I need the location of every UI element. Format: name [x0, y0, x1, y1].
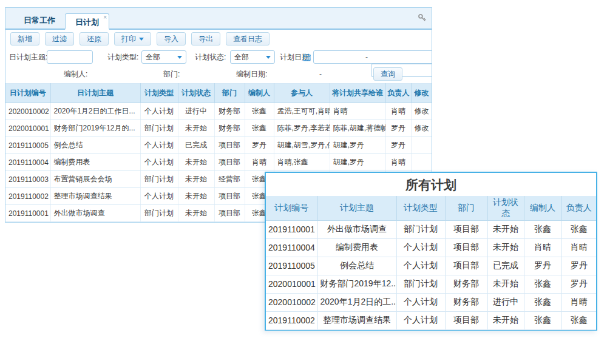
filter-button[interactable]: 过滤 — [45, 32, 74, 46]
export-button[interactable]: 导出 — [191, 32, 220, 46]
table-row: 2019110005例会总结个人计划项目部已完成罗丹罗丹 — [266, 257, 596, 275]
department-cell: 财务部 — [445, 275, 487, 293]
column-header-department[interactable]: 部门 — [214, 84, 245, 103]
plan-id-link[interactable]: 2019110005 — [5, 137, 50, 154]
department-cell: 项目部 — [214, 205, 245, 222]
plan-id-link[interactable]: 2019110002 — [5, 188, 50, 205]
chevron-down-icon — [139, 38, 144, 41]
column-header-edit[interactable]: 修改 — [411, 84, 432, 103]
column-header-participants[interactable]: 参与人 — [274, 84, 330, 103]
plan-id-cell: 2020010001 — [266, 275, 317, 293]
edit-link[interactable]: 修改 — [411, 120, 432, 137]
calendar-icon[interactable] — [303, 53, 311, 61]
owner-cell: 罗丹 — [385, 120, 411, 137]
plan-type-cell: 个人计划 — [140, 154, 178, 171]
plan-id-link[interactable]: 2020010001 — [5, 120, 50, 137]
plan-status-cell: 未开始 — [487, 275, 524, 293]
column-header-creator[interactable]: 编制人 — [245, 84, 274, 103]
plan-subject-link[interactable]: 外出做市场调查 — [50, 205, 140, 222]
new-button[interactable]: 新增 — [10, 32, 39, 46]
restore-button[interactable]: 还原 — [80, 32, 109, 46]
plan-status-cell: 已完成 — [178, 137, 214, 154]
filter-area: 日计划主题: 计划类型: 全部 计划状态: 全部 计划日期: - 编制人: — [5, 48, 432, 83]
plan-subject-link[interactable]: 布置营销展会会场 — [50, 171, 140, 188]
tab-daily-work[interactable]: 日常工作 — [14, 12, 65, 29]
plan-subject-link[interactable]: 编制费用表 — [50, 154, 140, 171]
toolbar: 新增 过滤 还原 打印 导入 导出 查看日志 — [5, 30, 432, 48]
creator-cell: 罗丹 — [524, 257, 561, 275]
participants-cell: 孟浩,王可可,肖晴,张鑫 — [274, 103, 330, 120]
plan-subject-cell: 编制费用表 — [317, 238, 396, 257]
column-header-shared-with[interactable]: 将计划共享给谁 — [330, 84, 385, 103]
plan-id-cell: 2019110001 — [266, 220, 317, 238]
table-row[interactable]: 20200100022020年1月2日的工作日...个人计划进行中财务部张鑫孟浩… — [5, 103, 432, 120]
type-select-value: 全部 — [146, 52, 160, 62]
owner-cell: 肖晴 — [561, 293, 596, 311]
subject-input[interactable] — [47, 50, 93, 64]
plan-subject-cell: 整理市场调查结果 — [317, 311, 396, 329]
view-log-button[interactable]: 查看日志 — [226, 32, 270, 46]
creator-cell: 肖晴 — [245, 154, 274, 171]
column-header-plan-status[interactable]: 计划状态 — [178, 84, 214, 103]
type-select[interactable]: 全部 — [141, 50, 186, 64]
plan-subject-link[interactable]: 例会总结 — [50, 137, 140, 154]
print-button[interactable]: 打印 — [114, 32, 151, 46]
department-cell: 财务部 — [214, 120, 245, 137]
column-header-owner[interactable]: 负责人 — [385, 84, 411, 103]
status-select[interactable]: 全部 — [230, 50, 275, 64]
creator-label: 编制人: — [64, 67, 87, 81]
plan-id-link[interactable]: 2020010002 — [5, 103, 50, 120]
department-cell: 项目部 — [214, 188, 245, 205]
column-header-plan-type[interactable]: 计划类型 — [140, 84, 178, 103]
search-button[interactable]: 查询 — [373, 67, 402, 81]
tab-daily-plan[interactable]: 日计划 × — [65, 13, 109, 30]
creator-cell: 张鑫 — [524, 293, 561, 311]
plan-status-cell: 未开始 — [178, 205, 214, 222]
owner-cell: 张鑫 — [561, 311, 596, 329]
participants-cell: 肖晴,张鑫 — [274, 154, 330, 171]
shared-with-cell: 胡建,罗丹 — [330, 137, 385, 154]
owner-cell: 肖晴 — [385, 103, 411, 120]
plan-subject-cell: 2020年1月2日的工... — [317, 293, 396, 311]
key-icon[interactable] — [418, 13, 427, 25]
plan-type-cell: 个人计划 — [396, 311, 445, 329]
shared-with-cell: 胡建,罗丹 — [330, 154, 385, 171]
participants-cell: 陈菲,罗丹,李若若,罗... — [274, 120, 330, 137]
plan-status-cell: 未开始 — [178, 120, 214, 137]
plan-date-from-input[interactable] — [313, 50, 432, 64]
import-button[interactable]: 导入 — [157, 32, 186, 46]
type-label: 计划类型: — [107, 50, 138, 64]
plan-status-cell: 已完成 — [487, 257, 524, 275]
table-row[interactable]: 2019110005例会总结个人计划已完成项目部罗丹胡建,胡雪,罗丹,任晓...… — [5, 137, 432, 154]
plan-subject-cell: 例会总结 — [317, 257, 396, 275]
column-header-plan-id[interactable]: 日计划编号 — [5, 84, 50, 103]
column-header-creator: 编制人 — [524, 196, 561, 220]
column-header-plan-subject[interactable]: 日计划主题 — [50, 84, 140, 103]
plan-status-cell: 未开始 — [178, 154, 214, 171]
table-row: 2019110002整理市场调查结果个人计划项目部未开始张鑫张鑫 — [266, 311, 596, 329]
subject-label: 日计划主题: — [9, 50, 47, 64]
tab-bar: 日常工作 日计划 × — [5, 8, 432, 30]
edit-cell — [411, 137, 432, 154]
plan-id-link[interactable]: 2019110003 — [5, 171, 50, 188]
plan-id-link[interactable]: 2019110004 — [5, 154, 50, 171]
screen: 日常工作 日计划 × 新增 过滤 还原 打印 导入 导出 查看日志 — [0, 0, 607, 364]
table-row[interactable]: 2020010001财务部门2019年12月的...部门计划未开始财务部张鑫陈菲… — [5, 120, 432, 137]
plan-subject-link[interactable]: 财务部门2019年12月的... — [50, 120, 140, 137]
plan-id-link[interactable]: 2019110001 — [5, 205, 50, 222]
edit-cell — [411, 154, 432, 171]
plan-subject-link[interactable]: 整理市场调查结果 — [50, 188, 140, 205]
column-header-owner: 负责人 — [561, 196, 596, 220]
plan-type-cell: 个人计划 — [396, 293, 445, 311]
owner-cell: 罗丹 — [561, 275, 596, 293]
department-cell: 项目部 — [214, 154, 245, 171]
plan-status-cell: 进行中 — [178, 103, 214, 120]
table-row[interactable]: 2019110004编制费用表个人计划未开始项目部肖晴肖晴,张鑫胡建,罗丹肖晴 — [5, 154, 432, 171]
plan-type-cell: 部门计划 — [140, 120, 178, 137]
close-icon[interactable]: × — [103, 15, 107, 21]
owner-cell: 罗丹 — [385, 137, 411, 154]
plan-subject-link[interactable]: 2020年1月2日的工作日... — [50, 103, 140, 120]
edit-link[interactable]: 修改 — [411, 103, 432, 120]
column-header-department: 部门 — [445, 196, 487, 220]
plan-type-cell: 部门计划 — [140, 171, 178, 188]
